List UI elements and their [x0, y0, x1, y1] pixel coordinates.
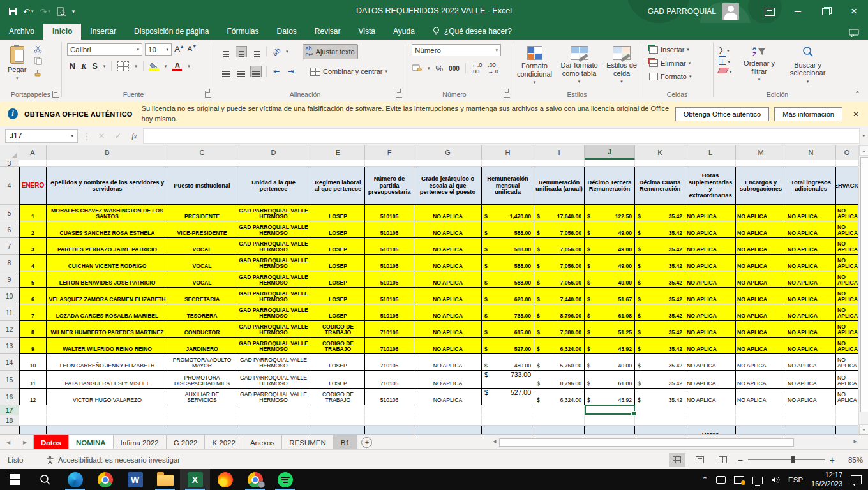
ribbon-tab-fórmulas[interactable]: Fórmulas: [218, 24, 267, 40]
cell[interactable]: $122.50: [585, 205, 635, 221]
column-header-O[interactable]: O: [836, 145, 858, 160]
hscroll-right-icon[interactable]: ▶: [854, 439, 857, 444]
cell[interactable]: NO APLICA: [836, 238, 858, 255]
cell[interactable]: $35.42: [635, 321, 685, 338]
cell[interactable]: GAD PARROQUIAL VALLE HERMOSO: [236, 354, 311, 371]
taskbar-edge-icon[interactable]: [60, 469, 90, 490]
cell[interactable]: LEON CARREÑO JENNY ELIZABETH: [47, 354, 168, 371]
cell[interactable]: 710106: [365, 321, 414, 338]
sort-filter-button[interactable]: AZ Ordenar y filtrar▾: [736, 42, 783, 85]
cell[interactable]: $17,640.00: [534, 205, 585, 221]
header-cell-L[interactable]: Horas suplementarias y extraordinarias: [685, 426, 736, 434]
cell[interactable]: $1,470.00: [482, 205, 534, 221]
cell[interactable]: PAREDES PERRAZO JAIME PATRICIO: [47, 238, 168, 255]
cell[interactable]: $527.00: [482, 389, 534, 405]
cell[interactable]: NO APLICA: [414, 205, 482, 221]
cell[interactable]: $49.00: [585, 255, 635, 271]
cell[interactable]: [19, 405, 47, 415]
cell[interactable]: $6,324.00: [534, 338, 585, 354]
cell[interactable]: NO APLICA: [786, 338, 836, 354]
cell[interactable]: NO APLICA: [836, 255, 858, 271]
ribbon-tab-archivo[interactable]: Archivo: [0, 24, 43, 40]
cell[interactable]: NO APLICA: [685, 288, 736, 304]
cell[interactable]: [685, 160, 736, 167]
ribbon-display-options-button[interactable]: [756, 0, 784, 23]
cell[interactable]: $35.42: [635, 271, 685, 288]
underline-dropdown[interactable]: ▾: [103, 64, 106, 69]
cell[interactable]: 510105: [365, 205, 414, 221]
cell[interactable]: [786, 160, 836, 167]
comma-style-button[interactable]: 000: [449, 65, 460, 72]
cell[interactable]: NO APLICA: [786, 205, 836, 221]
page-layout-view-button[interactable]: [692, 453, 708, 467]
accounting-format-dropdown[interactable]: ▾: [428, 66, 430, 71]
cell[interactable]: GAD PARROQUIAL VALLE HERMOSO: [236, 205, 311, 221]
tray-clock[interactable]: 12:1716/2/2023: [811, 471, 842, 489]
align-left-button[interactable]: [221, 66, 231, 77]
vscroll-thumb[interactable]: [860, 157, 868, 412]
row-header-7[interactable]: 7: [0, 238, 19, 255]
cell[interactable]: 1: [19, 205, 47, 221]
cell[interactable]: [786, 415, 836, 426]
cell[interactable]: NO APLICA: [736, 288, 786, 304]
cell[interactable]: JARDINERO: [168, 338, 236, 354]
cell[interactable]: NO APLICA: [836, 389, 858, 405]
format-painter-icon[interactable]: [34, 69, 42, 78]
cell[interactable]: NO APLICA: [414, 255, 482, 271]
page-break-view-button[interactable]: [715, 453, 731, 467]
row-header-8[interactable]: 8: [0, 255, 19, 271]
cell[interactable]: 510105: [365, 221, 414, 238]
header-cell-N[interactable]: Total ingresos adicionales: [786, 426, 836, 434]
cell[interactable]: $733.00: [482, 371, 534, 389]
expand-formula-bar-icon[interactable]: ▾: [862, 133, 865, 138]
cell[interactable]: [365, 160, 414, 167]
cell[interactable]: 510105: [365, 288, 414, 304]
ribbon-tab-datos[interactable]: Datos: [267, 24, 305, 40]
clipboard-dialog-launcher[interactable]: [52, 91, 59, 98]
cell[interactable]: $40.00: [585, 354, 635, 371]
taskbar-chrome-icon[interactable]: [90, 469, 120, 490]
sheet-tab-datos[interactable]: Datos: [34, 435, 69, 450]
cell[interactable]: GAD PARROQUIAL VALLE HERMOSO: [236, 321, 311, 338]
cell[interactable]: [534, 415, 585, 426]
cell[interactable]: NO APLICA: [786, 271, 836, 288]
cell[interactable]: CONDUCTOR: [168, 321, 236, 338]
number-format-select[interactable]: Número▾: [412, 44, 501, 56]
cell[interactable]: NO APLICA: [786, 389, 836, 405]
cell[interactable]: PATA BANGUERA LESLY MISHEL: [47, 371, 168, 389]
cell[interactable]: NO APLICA: [685, 271, 736, 288]
row-header-6[interactable]: 6: [0, 221, 19, 238]
fill-button[interactable]: ↓ ▾: [719, 57, 732, 64]
cell[interactable]: [168, 415, 236, 426]
cell[interactable]: NO APLICA: [414, 338, 482, 354]
cell[interactable]: NO APLICA: [685, 389, 736, 405]
column-header-G[interactable]: G: [414, 145, 482, 160]
cell[interactable]: 9: [19, 338, 47, 354]
cell[interactable]: $588.00: [482, 221, 534, 238]
cell[interactable]: [786, 405, 836, 415]
cell[interactable]: 10: [19, 354, 47, 371]
row-header-15[interactable]: 15: [0, 371, 19, 389]
redo-button[interactable]: ↷▾: [40, 7, 50, 17]
cell[interactable]: GAD PARROQUIAL VALLE HERMOSO: [236, 255, 311, 271]
cell[interactable]: LOSEP: [311, 288, 365, 304]
row-header-3[interactable]: 3: [0, 160, 19, 167]
cell[interactable]: 8: [19, 321, 47, 338]
cell[interactable]: CUASES SANCHEZ ROSA ESTHELA: [47, 221, 168, 238]
row-header-12[interactable]: 12: [0, 321, 19, 338]
sheet-nav-right-icon[interactable]: ▶: [17, 435, 33, 450]
sheet-tab-anexos[interactable]: Anexos: [243, 435, 282, 450]
column-header-L[interactable]: L: [685, 145, 736, 160]
cell[interactable]: NO APLICA: [836, 288, 858, 304]
header-cell-A[interactable]: ENERO: [19, 426, 47, 434]
cell[interactable]: NO APLICA: [685, 338, 736, 354]
row-header-14[interactable]: 14: [0, 354, 19, 371]
sheet-tab-resumen[interactable]: RESUMEN: [282, 435, 334, 450]
conditional-formatting-button[interactable]: Formato condicional▾: [513, 42, 556, 86]
warning-close-icon[interactable]: ✕: [853, 110, 859, 119]
cell[interactable]: $35.42: [635, 238, 685, 255]
header-cell-D[interactable]: Unidad a la que pertenece: [236, 426, 311, 434]
cell[interactable]: $7,440.00: [534, 288, 585, 304]
cell[interactable]: [836, 405, 858, 415]
cell[interactable]: $480.00: [482, 354, 534, 371]
